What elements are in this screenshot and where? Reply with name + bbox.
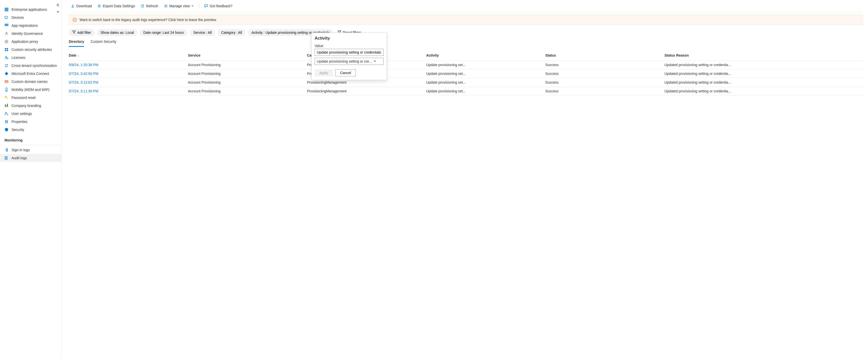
svg-rect-3 [5,9,6,10]
add-filter-button[interactable]: Add filter [69,29,95,36]
sidebar-expand-icon[interactable] [57,10,60,14]
tab-label: Custom Security [91,39,116,44]
sidebar-item-security[interactable]: Security [0,126,62,134]
info-bar-text: Want to switch back to the legacy audit … [80,18,217,22]
apply-button[interactable]: Apply [315,70,333,76]
sidebar-item-entra-connect[interactable]: Microsoft Entra Connect [0,70,62,78]
sidebar-item-cross-tenant-sync[interactable]: Cross-tenant synchronization [0,62,62,70]
tabs: Directory Custom Security [69,39,863,47]
cell-service: Account Provisioning [188,87,307,95]
table-row[interactable]: 5/7/24, 3:12:02 PM Account Provisioning … [69,78,863,87]
cell-status: Success [546,70,664,78]
download-icon [71,4,75,8]
sidebar-item-app-registrations[interactable]: App registrations [0,22,62,30]
sync-icon [4,63,8,67]
table-row[interactable]: 5/8/24, 1:20:38 PM Account Provisioning … [69,61,863,70]
sidebar-item-label: Security [11,128,24,132]
column-header-status[interactable]: Status [546,50,664,61]
sidebar-item-label: Mobility (MDM and WIP) [11,88,50,92]
tab-directory[interactable]: Directory [69,39,84,47]
download-button[interactable]: Download [69,2,94,9]
chip-label: Add filter [77,31,91,34]
svg-rect-20 [5,50,6,51]
header-label: Service [188,53,200,57]
svg-point-22 [5,56,6,57]
cancel-button[interactable]: Cancel [335,70,356,76]
sidebar-item-audit-logs[interactable]: Audit logs [0,154,62,162]
toolbar-label: Refresh [146,4,158,8]
svg-rect-30 [7,104,8,107]
filter-chip-date-range[interactable]: Date range: Last 24 hours [140,29,187,36]
tab-label: Directory [69,39,84,44]
column-header-service[interactable]: Service [188,50,307,61]
svg-rect-23 [6,58,8,59]
svg-rect-28 [5,104,6,107]
activity-filter-popover: Activity Value Update provisioning setti… [311,32,387,80]
filter-bar: Add filter Show dates as: Local Date ran… [69,27,863,39]
manage-view-button[interactable]: Manage view [162,2,196,9]
sidebar-item-signin-logs[interactable]: Sign-in logs [0,146,62,154]
toolbar-label: Export Data Settings [103,4,135,8]
info-bar[interactable]: Want to switch back to the legacy audit … [69,15,863,25]
svg-rect-4 [6,9,7,10]
cell-service: Account Provisioning [188,61,307,70]
collapse-sidebar-icon[interactable] [56,3,60,7]
svg-rect-1 [6,8,7,9]
sidebar-item-enterprise-applications[interactable]: Enterprise applications [0,5,62,13]
filter-chip-show-dates[interactable]: Show dates as: Local [97,29,137,36]
sidebar-item-password-reset[interactable]: Password reset [0,94,62,102]
gear-icon [164,4,168,8]
sidebar-item-licenses[interactable]: Licenses [0,54,62,62]
cell-service: Account Provisioning [188,70,307,78]
column-header-date[interactable]: Date↓ [69,50,188,61]
cell-activity: Update provisioning set... [426,70,545,78]
cell-date[interactable]: 5/7/24, 3:12:02 PM [69,78,188,87]
sidebar-item-custom-security-attributes[interactable]: Custom security attributes [0,46,62,54]
filter-chip-category[interactable]: Category : All [218,29,245,36]
cell-status: Success [546,87,664,95]
svg-rect-0 [5,8,6,9]
sidebar-item-label: Properties [11,120,28,124]
table-row[interactable]: 5/7/24, 3:11:39 PM Account Provisioning … [69,87,863,95]
header-label: Activity [426,53,439,57]
svg-rect-7 [6,10,7,11]
sidebar-item-properties[interactable]: Properties [0,118,62,126]
cell-date[interactable]: 5/8/24, 1:20:38 PM [69,61,188,70]
sidebar-item-label: Sign-in logs [11,148,30,152]
sidebar-item-application-proxy[interactable]: Application proxy [0,37,62,46]
sidebar-item-identity-governance[interactable]: Identity Governance [0,30,62,37]
governance-icon [4,31,8,35]
tab-custom-security[interactable]: Custom Security [91,39,116,47]
toolbar-separator [199,3,199,8]
sidebar-item-custom-domain-names[interactable]: Custom domain names [0,78,62,86]
mobility-icon [4,88,8,92]
activity-value-input[interactable] [315,49,383,56]
cell-status-reason: Updated provisioning setting or credenti… [664,61,863,70]
sidebar-item-mobility[interactable]: Mobility (MDM and WIP) [0,86,62,94]
table-row[interactable]: 5/7/24, 3:42:50 PM Account Provisioning … [69,70,863,78]
feedback-button[interactable]: Got feedback? [202,2,234,9]
filter-chip-service[interactable]: Service : All [190,29,215,36]
cell-date[interactable]: 5/7/24, 3:11:39 PM [69,87,188,95]
sidebar-item-label: Licenses [11,56,25,60]
audit-logs-icon [4,156,8,160]
shield-icon [4,128,8,132]
export-button[interactable]: Export Data Settings [95,2,137,9]
header-label: Date [69,53,76,57]
cell-activity: Update provisioning set... [426,61,545,70]
sidebar-item-devices[interactable]: Devices [0,13,62,22]
sidebar-item-user-settings[interactable]: User settings [0,110,62,118]
column-header-activity[interactable]: Activity [426,50,545,61]
info-icon [72,18,77,22]
svg-rect-2 [7,8,8,9]
cell-date[interactable]: 5/7/24, 3:42:50 PM [69,70,188,78]
sidebar-item-company-branding[interactable]: Company branding [0,102,62,110]
column-header-status-reason[interactable]: Status Reason [664,50,863,61]
svg-rect-9 [5,16,7,18]
button-label: Cancel [340,71,351,75]
activity-select-dropdown[interactable]: Update provisioning setting or credentia… [315,58,383,65]
refresh-button[interactable]: Refresh [138,2,160,9]
cell-status-reason: Updated provisioning setting or credenti… [664,87,863,95]
sidebar-item-label: Password reset [11,95,35,100]
user-settings-icon [4,112,8,116]
